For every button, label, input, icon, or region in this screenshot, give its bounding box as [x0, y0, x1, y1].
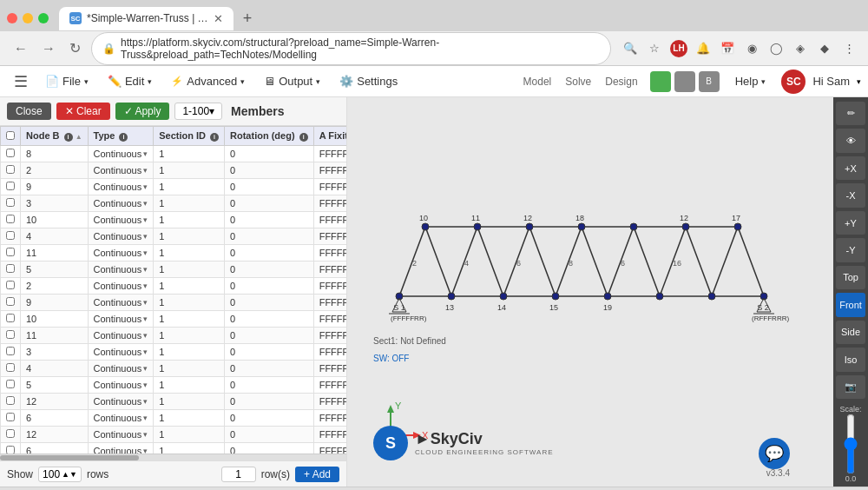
col-header-rotation[interactable]: Rotation (deg) i: [225, 127, 314, 146]
table-row[interactable]: 12 Continuous▾ 1 0 FFFFFRR FFFFFRR 0,0,0: [1, 394, 347, 410]
row-select-cell[interactable]: [1, 179, 21, 195]
table-row[interactable]: 2 Continuous▾ 1 0 FFFFFRR FFFFFRR 0,0,0: [1, 278, 347, 295]
plus-x-button[interactable]: +X: [836, 156, 865, 180]
extension5-icon[interactable]: ◆: [816, 40, 833, 57]
row-select-cell[interactable]: [1, 410, 21, 427]
table-row[interactable]: 11 Continuous▾ 1 0 FFFFFRR FFFFFRR 0,0,0: [1, 245, 347, 262]
table-row[interactable]: 4 Continuous▾ 1 0 FFFFFRR FFFFFRR 0,0,0: [1, 228, 347, 245]
col-header-a-fixity[interactable]: A Fixity i: [313, 127, 346, 146]
row-select-cell[interactable]: [1, 295, 21, 311]
scrollbar-thumb[interactable]: [0, 455, 139, 460]
advanced-menu-item[interactable]: ⚡ Advanced ▾: [162, 71, 253, 91]
row-range-selector[interactable]: 1-100▾: [174, 103, 222, 120]
row-type[interactable]: Continuous▾: [88, 443, 154, 454]
refresh-button[interactable]: ↻: [66, 38, 84, 58]
row-type[interactable]: Continuous▾: [88, 195, 154, 212]
more-icon[interactable]: ⋮: [840, 40, 858, 57]
row-select-cell[interactable]: [1, 146, 21, 162]
row-select-cell[interactable]: [1, 377, 21, 394]
minus-x-button[interactable]: -X: [836, 183, 865, 207]
user-avatar[interactable]: SC: [781, 70, 806, 94]
row-select-cell[interactable]: [1, 278, 21, 295]
eye-tool-button[interactable]: 👁: [836, 129, 865, 152]
table-row[interactable]: 4 Continuous▾ 1 0 FFFFFRR FFFFFRR 0,0,0: [1, 361, 347, 377]
horizontal-scrollbar[interactable]: [0, 454, 346, 460]
camera-button[interactable]: 📷: [836, 375, 865, 399]
table-row[interactable]: 6 Continuous▾ 1 0 FFFFFRR FFFFFRR 0,0,0: [1, 410, 347, 427]
output-menu-item[interactable]: 🖥 Output ▾: [255, 71, 329, 91]
close-traffic-light[interactable]: [7, 13, 17, 23]
edit-menu-item[interactable]: ✏️ Edit ▾: [99, 71, 161, 91]
table-row[interactable]: 5 Continuous▾ 1 0 FFFFFRR FFFFFRR 0,0,0: [1, 262, 347, 278]
hamburger-menu-button[interactable]: ☰: [7, 69, 35, 95]
side-view-button[interactable]: Side: [836, 321, 865, 344]
iso-view-button[interactable]: Iso: [836, 348, 865, 371]
row-select-cell[interactable]: [1, 443, 21, 454]
col-header-select[interactable]: [1, 127, 21, 146]
table-row[interactable]: 10 Continuous▾ 1 0 FFFFFRR FFFFFRR 0,0,0: [1, 311, 347, 328]
row-type[interactable]: Continuous▾: [88, 262, 154, 278]
row-type[interactable]: Continuous▾: [88, 394, 154, 410]
table-row[interactable]: 11 Continuous▾ 1 0 FFFFFRR FFFFFRR 0,0,0: [1, 328, 347, 344]
design-tab[interactable]: Design: [600, 74, 642, 89]
row-type[interactable]: Continuous▾: [88, 361, 154, 377]
help-button[interactable]: Help ▾: [727, 71, 775, 91]
row-select-cell[interactable]: [1, 344, 21, 361]
solve-tab[interactable]: Solve: [560, 74, 596, 89]
model-tab[interactable]: Model: [518, 74, 557, 89]
table-row[interactable]: 2 Continuous▾ 1 0 FFFFFRR FFFFFRR 0,0,0: [1, 162, 347, 179]
row-type[interactable]: Continuous▾: [88, 278, 154, 295]
clear-button[interactable]: ✕ Clear: [56, 103, 110, 120]
forward-button[interactable]: →: [38, 39, 59, 58]
row-type[interactable]: Continuous▾: [88, 146, 154, 162]
table-row[interactable]: 3 Continuous▾ 1 0 FFFFFRR FFFFFRR 0,0,0: [1, 195, 347, 212]
row-type[interactable]: Continuous▾: [88, 311, 154, 328]
table-row[interactable]: 10 Continuous▾ 1 0 FFFFFRR FFFFFRR 0,0,0: [1, 212, 347, 228]
minimize-traffic-light[interactable]: [23, 13, 33, 23]
row-type[interactable]: Continuous▾: [88, 212, 154, 228]
scale-slider[interactable]: [842, 414, 859, 474]
rows-select[interactable]: 100 ▲▼: [38, 467, 82, 482]
calendar-icon[interactable]: 📅: [719, 40, 736, 57]
row-select-cell[interactable]: [1, 311, 21, 328]
search-icon[interactable]: 🔍: [621, 40, 639, 57]
table-row[interactable]: 9 Continuous▾ 1 0 FFFFFRR FFFFFRR 0,0,0: [1, 179, 347, 195]
col-header-node-b[interactable]: Node B i ▲: [21, 127, 89, 146]
profile-icon[interactable]: LH: [670, 40, 687, 57]
row-select-cell[interactable]: [1, 394, 21, 410]
row-select-cell[interactable]: [1, 162, 21, 179]
row-select-cell[interactable]: [1, 228, 21, 245]
table-row[interactable]: 5 Continuous▾ 1 0 FFFFFRR FFFFFRR 0,0,0: [1, 377, 347, 394]
extension2-icon[interactable]: ◉: [743, 40, 760, 57]
add-button[interactable]: + Add: [295, 467, 339, 482]
extension3-icon[interactable]: ◯: [767, 40, 785, 57]
table-row[interactable]: 3 Continuous▾ 1 0 FFFFFRR FFFFFRR 0,0,0: [1, 344, 347, 361]
tab-close-button[interactable]: ✕: [214, 12, 223, 25]
back-button[interactable]: ←: [10, 39, 31, 58]
row-select-cell[interactable]: [1, 427, 21, 443]
table-row[interactable]: 12 Continuous▾ 1 0 FFFFFRR FFFFFRR 0,0,0: [1, 427, 347, 443]
minus-y-button[interactable]: -Y: [836, 238, 865, 262]
col-header-section-id[interactable]: Section ID i: [154, 127, 225, 146]
col-header-type[interactable]: Type i: [88, 127, 154, 146]
row-type[interactable]: Continuous▾: [88, 295, 154, 311]
row-type[interactable]: Continuous▾: [88, 162, 154, 179]
bookmark-icon[interactable]: ☆: [646, 40, 663, 57]
row-select-cell[interactable]: [1, 195, 21, 212]
close-button[interactable]: Close: [7, 103, 51, 120]
settings-menu-item[interactable]: ⚙️ Settings: [331, 71, 406, 91]
row-select-cell[interactable]: [1, 212, 21, 228]
extension1-icon[interactable]: 🔔: [694, 40, 712, 57]
front-view-button[interactable]: Front: [836, 293, 865, 316]
table-row[interactable]: 6 Continuous▾ 1 0 FFFFFRR FFFFFRR 0,0,0: [1, 443, 347, 454]
row-select-cell[interactable]: [1, 361, 21, 377]
file-menu-item[interactable]: 📄 File ▾: [36, 71, 97, 91]
row-select-cell[interactable]: [1, 245, 21, 262]
row-select-cell[interactable]: [1, 262, 21, 278]
row-type[interactable]: Continuous▾: [88, 410, 154, 427]
row-type[interactable]: Continuous▾: [88, 344, 154, 361]
address-bar[interactable]: 🔒 https://platform.skyciv.com/structural…: [91, 32, 611, 65]
maximize-traffic-light[interactable]: [38, 13, 49, 23]
top-view-button[interactable]: Top: [836, 266, 865, 289]
active-browser-tab[interactable]: SC *Simple-Warren-Truss | SkyCiv ✕: [59, 7, 233, 30]
